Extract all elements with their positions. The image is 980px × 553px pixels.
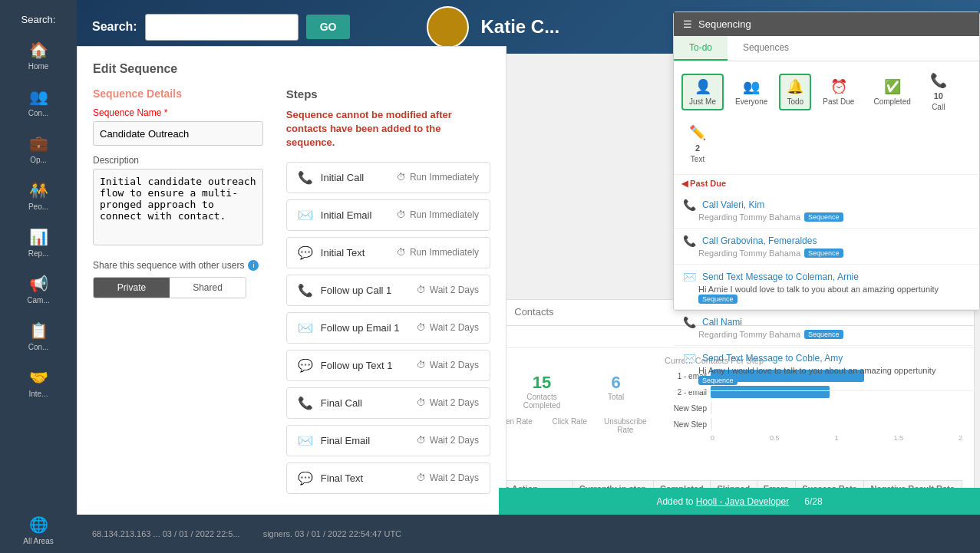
clock-icon: ⏱ xyxy=(417,435,426,446)
go-button[interactable]: GO xyxy=(306,15,351,39)
filter-just-me[interactable]: 👤 Just Me xyxy=(681,74,724,110)
sequencing-tabs: To-do Sequences xyxy=(674,36,979,61)
sequence-details-title: Sequence Details xyxy=(93,87,263,100)
sidebar-item-label: Peo... xyxy=(28,202,48,211)
call-icon: 📞 xyxy=(298,170,313,185)
share-toggle: Private Shared xyxy=(93,277,246,298)
sidebar-item-opportunities[interactable]: 💼 Op... xyxy=(0,127,77,172)
sidebar-item-all-areas[interactable]: 🌐 All Areas xyxy=(0,508,77,553)
clock-icon: ⏱ xyxy=(417,472,426,483)
group-icon: 👥 xyxy=(743,78,760,95)
sidebar-item-people[interactable]: 🧑‍🤝‍🧑 Peo... xyxy=(0,173,77,219)
sidebar-item-home[interactable]: 🏠 Home xyxy=(0,33,77,78)
filter-text[interactable]: ✏️ 2 Text xyxy=(681,120,714,168)
text-icon: 💬 xyxy=(298,245,313,260)
clock-icon: ⏱ xyxy=(417,285,426,295)
cons-icon: 📋 xyxy=(29,321,48,340)
step-item-follow-up-text-1[interactable]: 💬 Follow up Text 1 ⏱Wait 2 Days xyxy=(286,350,490,381)
filter-label: Just Me xyxy=(689,97,716,106)
search-label: Search: xyxy=(92,20,137,34)
person-icon: 👤 xyxy=(695,78,711,95)
sidebar-item-integrations[interactable]: 🤝 Inte... xyxy=(0,360,77,406)
step-timing: ⏱Run Immediately xyxy=(397,172,479,183)
filter-call[interactable]: 📞 10 Call xyxy=(922,67,955,116)
steps-warning: Sequence cannot be modified after contac… xyxy=(286,108,490,150)
profile-name: Katie C... xyxy=(480,16,559,38)
description-textarea[interactable] xyxy=(93,169,263,245)
chart-label: New Step xyxy=(665,404,707,413)
seq-item-4[interactable]: 📞 Call Nami Regarding Tommy Bahama Seque… xyxy=(674,310,979,346)
filter-label: Call xyxy=(932,103,945,111)
seq-item-1[interactable]: 📞 Call Valeri, Kim Regarding Tommy Baham… xyxy=(674,193,979,229)
sidebar-item-campaigns[interactable]: 📢 Cam... xyxy=(0,267,77,312)
step-item[interactable]: 📞 Initial Call ⏱Run Immediately xyxy=(286,162,490,193)
sidebar-item-contacts[interactable]: 👥 Con... xyxy=(0,80,77,125)
metric-label: Unsubscribe Rate xyxy=(602,417,650,434)
hamburger-icon: ☰ xyxy=(683,18,692,30)
step-timing: ⏱Wait 2 Days xyxy=(417,360,479,370)
metric-num: 6 xyxy=(582,373,649,393)
tab-todo[interactable]: To-do xyxy=(674,36,728,61)
step-item[interactable]: 💬 Initial Text ⏱Run Immediately xyxy=(286,237,490,268)
steps-list: 📞 Initial Call ⏱Run Immediately ✉️ Initi… xyxy=(286,162,490,494)
profile-area: Katie C... xyxy=(427,2,619,52)
search-input[interactable] xyxy=(145,14,299,41)
sequencing-title: Sequencing xyxy=(698,18,751,30)
step-item[interactable]: ✉️ Follow up Email 1 ⏱Wait 2 Days xyxy=(286,312,490,344)
clock-icon: ⏱ xyxy=(397,209,406,220)
text-icon: 💬 xyxy=(298,471,313,486)
step-label: Initial Call xyxy=(321,172,364,183)
step-label: Final Email xyxy=(321,435,370,446)
text-icon: ✉️ xyxy=(683,352,696,364)
filter-label: Text xyxy=(691,155,704,163)
tab-sequences[interactable]: Sequences xyxy=(728,36,804,61)
clock-icon: ⏱ xyxy=(417,360,426,370)
globe-icon: 🌐 xyxy=(29,515,48,534)
filter-todo[interactable]: 🔔 Todo xyxy=(779,74,811,110)
metric-label: Total xyxy=(582,393,649,401)
step-timing: ⏱Run Immediately xyxy=(397,209,479,220)
filter-completed[interactable]: ✅ Completed xyxy=(866,74,918,110)
ip-text: 68.134.213.163 ... 03 / 01 / 2022 22:5..… xyxy=(92,529,240,538)
private-button[interactable]: Private xyxy=(94,278,170,298)
phone-icon: 📞 xyxy=(930,72,947,89)
filter-everyone[interactable]: 👥 Everyone xyxy=(728,74,775,110)
message-icon: ✏️ xyxy=(689,124,706,141)
sequence-name-input[interactable] xyxy=(93,121,263,146)
seq-badge: Sequence xyxy=(698,376,737,385)
call-icon: 📞 xyxy=(683,235,696,247)
step-label: Follow up Email 1 xyxy=(321,322,400,334)
chart-bar xyxy=(711,418,712,430)
sequencing-header: ☰ Sequencing xyxy=(674,12,979,36)
email-icon: ✉️ xyxy=(298,208,313,222)
step-item[interactable]: ✉️ Final Email ⏱Wait 2 Days xyxy=(286,425,490,456)
metric-unsubscribe-rate: Unsubscribe Rate xyxy=(602,417,650,443)
filter-past-due[interactable]: ⏰ Past Due xyxy=(815,74,862,110)
notification-bar: Added to Hooli - Java Developer 6/28 xyxy=(499,488,980,515)
chart-bar xyxy=(711,402,712,414)
seq-regarding: Regarding Tommy Bahama xyxy=(698,212,800,222)
shared-button[interactable]: Shared xyxy=(170,278,246,298)
step-item[interactable]: ✉️ Initial Email ⏱Run Immediately xyxy=(286,199,490,231)
step-timing: ⏱Wait 2 Days xyxy=(417,435,479,446)
seq-item-3[interactable]: ✉️ Send Text Message to Coleman, Arnie H… xyxy=(674,265,979,310)
sidebar-item-cons[interactable]: 📋 Con... xyxy=(0,314,77,359)
metric-contacts-completed: 15 Contacts Completed xyxy=(509,373,576,410)
sidebar-item-label: Con... xyxy=(28,109,49,117)
past-due-label: ◀ Past Due xyxy=(674,175,979,193)
email-icon: ✉️ xyxy=(298,433,313,448)
step-item[interactable]: 💬 Final Text ⏱Wait 2 Days xyxy=(286,462,490,494)
sidebar-item-reports[interactable]: 📊 Rep... xyxy=(0,220,77,265)
seq-action: Call Grabovina, Femeraldes xyxy=(702,235,817,246)
sidebar-item-label: Home xyxy=(28,62,49,71)
bottom-bar: 68.134.213.163 ... 03 / 01 / 2022 22:5..… xyxy=(77,515,980,553)
step-item[interactable]: 📞 Final Call ⏱Wait 2 Days xyxy=(286,387,490,419)
seq-item-2[interactable]: 📞 Call Grabovina, Femeraldes Regarding T… xyxy=(674,229,979,265)
tab-contacts[interactable]: Contacts xyxy=(499,300,569,325)
sidebar-search-label: Search: xyxy=(0,8,77,31)
filter-label: Past Due xyxy=(823,97,854,106)
seq-item-5[interactable]: ✉️ Send Text Message to Coble, Amy Hi Am… xyxy=(674,346,979,391)
edit-sequence-panel: Edit Sequence Sequence Details Sequence … xyxy=(77,46,506,552)
home-icon: 🏠 xyxy=(29,41,48,59)
step-item[interactable]: 📞 Follow up Call 1 ⏱Wait 2 Days xyxy=(286,275,490,306)
